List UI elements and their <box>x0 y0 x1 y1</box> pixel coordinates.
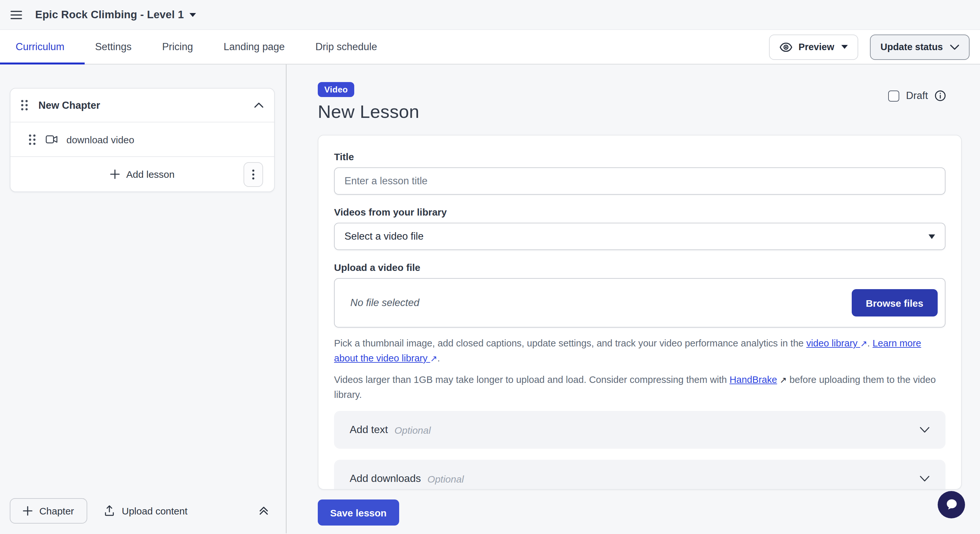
add-lesson-label: Add lesson <box>126 168 175 180</box>
tabs-bar: Curriculum Settings Pricing Landing page… <box>0 30 980 65</box>
drag-handle-icon[interactable] <box>29 134 36 145</box>
external-link-icon: ↗ <box>780 373 787 388</box>
compression-help-text: Videos larger than 1GB may take longer t… <box>334 372 945 402</box>
chapter-options-button[interactable] <box>243 162 263 187</box>
add-downloads-optional: Optional <box>428 473 464 484</box>
preview-caret-icon <box>841 45 848 49</box>
add-chapter-label: Chapter <box>40 505 74 516</box>
page-title: New Lesson <box>318 102 980 122</box>
video-library-select[interactable]: Select a video file <box>334 223 945 250</box>
tab-curriculum[interactable]: Curriculum <box>16 41 64 53</box>
add-text-section[interactable]: Add text Optional <box>334 411 945 449</box>
eye-icon <box>780 42 793 52</box>
help-text: . <box>867 338 873 348</box>
select-caret-icon <box>929 234 935 239</box>
add-lesson-button[interactable]: Add lesson <box>110 168 175 180</box>
chevron-down-icon <box>920 475 930 482</box>
handbrake-link[interactable]: HandBrake <box>730 375 777 385</box>
tab-drip-schedule[interactable]: Drip schedule <box>315 41 377 53</box>
lesson-form-card: Title Videos from your library Select a … <box>318 135 962 490</box>
app-body: New Chapter <box>0 65 980 533</box>
plus-icon <box>23 506 33 515</box>
course-title-caret-icon[interactable] <box>190 13 196 17</box>
tab-settings[interactable]: Settings <box>95 41 132 53</box>
no-file-text: No file selected <box>350 297 419 309</box>
video-library-help-text: Pick a thumbnail image, add closed capti… <box>334 336 945 366</box>
upload-content-button[interactable]: Upload content <box>103 505 188 517</box>
tab-list: Curriculum Settings Pricing Landing page… <box>0 30 377 64</box>
kebab-menu-icon <box>252 169 255 180</box>
browse-files-button[interactable]: Browse files <box>851 289 938 316</box>
lesson-label[interactable]: download video <box>67 134 134 145</box>
chevron-up-icon[interactable] <box>254 102 264 108</box>
chevron-down-icon <box>950 44 959 50</box>
chat-bubble-icon <box>943 497 959 512</box>
help-text: . <box>437 353 440 363</box>
update-status-label: Update status <box>880 42 943 52</box>
hamburger-menu-icon[interactable] <box>10 10 22 19</box>
video-library-link[interactable]: video library ↗ <box>806 338 867 348</box>
draft-label: Draft <box>906 90 928 102</box>
video-library-select-value: Select a video file <box>344 230 423 242</box>
collapse-all-icon[interactable] <box>259 505 269 516</box>
add-text-optional: Optional <box>394 424 431 435</box>
sidebar-footer: Chapter Upload content <box>0 488 286 533</box>
lesson-row[interactable]: download video <box>10 122 274 156</box>
add-downloads-label: Add downloads <box>350 473 421 485</box>
external-link-icon: ↗ <box>430 352 437 366</box>
save-lesson-button[interactable]: Save lesson <box>318 499 399 526</box>
link-label: HandBrake <box>730 375 777 385</box>
info-icon[interactable] <box>934 90 946 102</box>
update-status-button[interactable]: Update status <box>870 34 970 60</box>
plus-icon <box>110 169 120 179</box>
tab-pricing[interactable]: Pricing <box>162 41 193 53</box>
curriculum-sidebar: New Chapter <box>0 65 286 533</box>
top-title-bar: Epic Rock Climbing - Level 1 <box>0 0 980 30</box>
add-text-label: Add text <box>350 424 388 435</box>
chapter-header[interactable]: New Chapter <box>10 89 274 122</box>
lesson-editor: Video New Lesson Draft Title Videos from… <box>286 65 980 533</box>
external-link-icon: ↗ <box>860 337 867 351</box>
file-upload-dropzone[interactable]: No file selected Browse files <box>334 278 945 327</box>
library-field-label: Videos from your library <box>334 207 945 218</box>
help-text: Videos larger than 1GB may take longer t… <box>334 375 730 385</box>
lesson-type-badge: Video <box>318 82 354 97</box>
drag-handle-icon[interactable] <box>21 100 28 111</box>
chevron-down-icon <box>920 426 930 433</box>
draft-control: Draft <box>889 90 946 102</box>
chapter-card: New Chapter <box>10 88 275 192</box>
course-builder-page: Epic Rock Climbing - Level 1 Curriculum … <box>0 0 980 534</box>
draft-checkbox[interactable] <box>889 90 900 101</box>
header-actions: Preview Update status <box>769 34 980 60</box>
add-lesson-row: Add lesson <box>10 156 274 191</box>
add-downloads-section[interactable]: Add downloads Optional <box>334 460 945 490</box>
preview-button-label: Preview <box>799 42 834 52</box>
video-camera-icon <box>46 135 58 144</box>
link-label: video library <box>806 338 857 348</box>
upload-content-label: Upload content <box>122 505 188 516</box>
preview-button[interactable]: Preview <box>769 34 859 60</box>
lesson-title-input[interactable] <box>334 167 945 195</box>
course-title[interactable]: Epic Rock Climbing - Level 1 <box>35 8 184 21</box>
upload-icon <box>103 505 115 517</box>
upload-field-label: Upload a video file <box>334 262 945 273</box>
add-chapter-button[interactable]: Chapter <box>10 498 87 523</box>
help-text: Pick a thumbnail image, add closed capti… <box>334 338 806 348</box>
title-field-label: Title <box>334 151 945 162</box>
chat-widget-button[interactable] <box>938 491 965 518</box>
tab-landing-page[interactable]: Landing page <box>224 41 285 53</box>
chapter-title[interactable]: New Chapter <box>38 99 100 111</box>
